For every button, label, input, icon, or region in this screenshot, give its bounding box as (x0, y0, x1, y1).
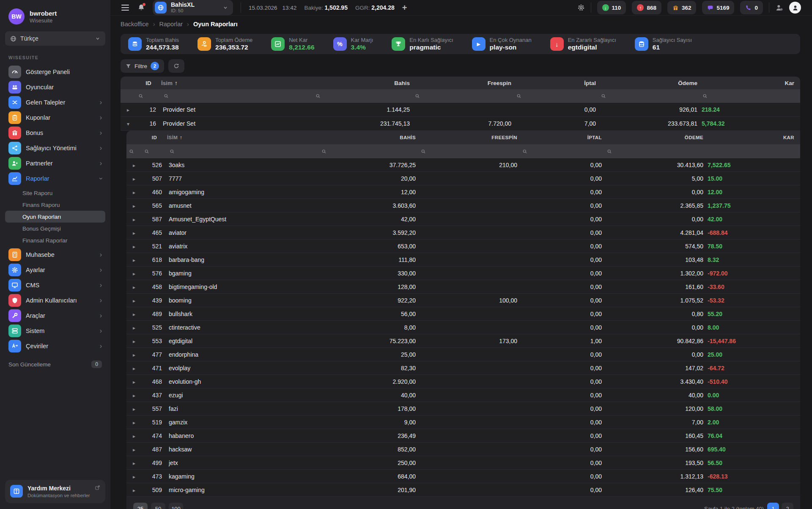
calls-badge[interactable]: 0 (740, 1, 763, 14)
table-row[interactable]: 16 Provider Set 231.745,13 7.720,00 7,00… (121, 117, 800, 131)
col-header-bahis[interactable]: BAHİS (319, 135, 418, 140)
row-expand-icon[interactable] (126, 379, 142, 385)
table-row[interactable]: 521 aviatrix 653,00 0,00 574,50 78.50 (126, 239, 800, 253)
bonus-badge[interactable]: 362 (667, 1, 697, 14)
sidebar-subitem-bonus-gecmisi[interactable]: Bonus Geçmişi (5, 223, 105, 234)
page-size-button[interactable]: 25 (133, 503, 148, 509)
row-expand-icon[interactable] (126, 230, 142, 236)
sidebar-item-gelen-talepler[interactable]: Gelen Talepler › (5, 95, 105, 110)
column-search-input[interactable] (604, 149, 706, 154)
row-expand-icon[interactable] (126, 352, 142, 358)
col-header-isim[interactable]: İSİM↑ (167, 135, 319, 140)
table-row[interactable]: 458 bigtimegaming-old 128,00 0,00 161,60… (126, 280, 800, 294)
table-row[interactable]: 553 egtdigital 75.223,00 173,00 1,00 90.… (126, 334, 800, 348)
sidebar-subitem-finans-raporu[interactable]: Finans Raporu (5, 199, 105, 211)
row-expand-icon[interactable] (126, 284, 142, 290)
row-expand-icon[interactable] (126, 474, 142, 480)
table-row[interactable]: 437 ezugi 40,00 0,00 40,00 0.00 (126, 388, 800, 402)
row-expand-icon[interactable] (126, 203, 142, 209)
sidebar-item-saglayici-yonetimi[interactable]: Sağlayıcı Yönetimi › (5, 140, 105, 156)
row-expand-icon[interactable] (126, 338, 142, 344)
sidebar-item-raporlar[interactable]: Raporlar › (5, 171, 105, 186)
table-row[interactable]: 519 gamzix 9,00 0,00 7,00 2.00 (126, 415, 800, 429)
table-row[interactable]: 471 evolplay 82,30 0,00 147,02 -64.72 (126, 361, 800, 375)
column-search-input[interactable] (161, 94, 313, 99)
table-row[interactable]: 487 hacksaw 852,00 0,00 156,60 695.40 (126, 443, 800, 456)
table-row[interactable]: 468 evolution-gh 2.920,00 0,00 3.430,40 … (126, 375, 800, 388)
add-icon[interactable]: + (402, 3, 407, 13)
sidebar-item-partnerler[interactable]: Partnerler › (5, 156, 105, 171)
column-search-input[interactable] (700, 94, 800, 99)
row-expand-icon[interactable] (126, 257, 142, 263)
row-expand-icon[interactable] (126, 271, 142, 277)
settings-gear-icon[interactable] (577, 4, 585, 11)
column-search-input[interactable] (319, 149, 418, 154)
page-number-button[interactable]: 2 (782, 503, 793, 509)
notifications-bell-icon[interactable] (137, 4, 145, 11)
sidebar-item-ayarlar[interactable]: Ayarlar › (5, 262, 105, 278)
breadcrumb-backoffice[interactable]: Backoffice (121, 21, 149, 28)
column-search-input[interactable] (142, 149, 167, 154)
user-profile[interactable]: BW bwrobert Wisesuite (5, 8, 105, 25)
col-header-iptal[interactable]: İptal (514, 80, 598, 86)
table-row[interactable]: 12 Provider Set 1.144,25 0,00 926,01 218… (121, 103, 800, 117)
column-search-input[interactable] (126, 149, 142, 154)
sidebar-subitem-site-raporu[interactable]: Site Raporu (5, 187, 105, 199)
breadcrumb-raporlar[interactable]: Raporlar (159, 21, 183, 28)
table-row[interactable]: 465 aviator 3.592,20 0,00 4.281,04 -688.… (126, 226, 800, 239)
column-search-input[interactable] (167, 149, 319, 154)
col-header-freespin[interactable]: FREESPİN (418, 135, 520, 140)
row-expand-icon[interactable] (126, 406, 142, 412)
row-expand-icon[interactable] (126, 325, 142, 331)
col-header-id[interactable]: ID (136, 80, 161, 86)
page-size-button[interactable]: 100 (169, 503, 183, 509)
table-row[interactable]: 587 Amusnet_EgyptQuest 42,00 0,00 0,00 4… (126, 212, 800, 226)
column-search-input[interactable] (598, 94, 700, 99)
sidebar-item-gosterge-paneli[interactable]: Gösterge Paneli (5, 64, 105, 80)
table-row[interactable]: 439 booming 922,20 100,00 0,00 1.075,52 … (126, 294, 800, 307)
table-row[interactable]: 499 jetx 250,00 0,00 193,50 56.50 (126, 456, 800, 470)
sidebar-item-cms[interactable]: CMS › (5, 278, 105, 293)
col-header-id[interactable]: ID (142, 135, 167, 140)
col-header-kar[interactable]: Kar (700, 80, 800, 86)
col-header-odeme[interactable]: Ödeme (598, 80, 700, 86)
row-expand-icon[interactable] (126, 217, 142, 223)
language-selector[interactable]: Türkçe (5, 31, 105, 46)
sidebar-item-sistem[interactable]: Sistem › (5, 323, 105, 338)
sidebar-subitem-finansal-raporlar[interactable]: Finansal Raporlar (5, 234, 105, 246)
row-expand-icon[interactable] (126, 420, 142, 426)
brand-selector[interactable]: BahisXL ID: 50 (153, 0, 233, 15)
col-header-freespin[interactable]: Freespin (412, 80, 514, 86)
row-expand-icon[interactable] (126, 433, 142, 439)
col-header-kar[interactable]: KAR (706, 135, 800, 140)
row-expand-icon[interactable] (126, 162, 142, 168)
column-search-input[interactable] (313, 94, 412, 99)
col-header-bahis[interactable]: Bahis (313, 80, 412, 86)
table-row[interactable]: 474 habanero 236,49 0,00 160,45 76.04 (126, 429, 800, 443)
row-expand-icon[interactable] (126, 190, 142, 195)
withdrawals-badge[interactable]: ↑ 868 (632, 1, 661, 14)
row-expand-icon[interactable] (126, 298, 142, 304)
table-row[interactable]: 576 bgaming 330,00 0,00 1.302,00 -972.00 (126, 267, 800, 280)
col-header-iptal[interactable]: İPTAL (520, 135, 604, 140)
column-search-input[interactable] (412, 94, 514, 99)
table-row[interactable]: 509 micro-gaming 201,90 0,00 126,40 75.5… (126, 483, 800, 497)
row-expand-icon[interactable] (126, 447, 142, 453)
col-header-isim[interactable]: İsim↑ (161, 80, 313, 86)
column-search-input[interactable] (514, 94, 598, 99)
sidebar-subitem-oyun-raporlari[interactable]: Oyun Raporları (5, 211, 105, 223)
sidebar-item-admin-kullanicilari[interactable]: Admin Kullanıcıları › (5, 293, 105, 308)
sidebar-item-araclar[interactable]: Araçlar › (5, 308, 105, 323)
impersonate-user-icon[interactable] (775, 4, 783, 12)
table-row[interactable]: 477 endorphina 25,00 0,00 0,00 25.00 (126, 348, 800, 361)
table-row[interactable]: 489 bullshark 56,00 0,00 0,80 55.20 (126, 307, 800, 321)
table-row[interactable]: 618 barbara-bang 111,80 0,00 103,48 8.32 (126, 253, 800, 267)
sidebar-item-bonus[interactable]: Bonus › (5, 125, 105, 140)
column-search-input[interactable] (136, 94, 161, 99)
row-expand-icon[interactable] (126, 487, 142, 493)
account-avatar-icon[interactable] (789, 2, 801, 14)
col-header-odeme[interactable]: ÖDEME (604, 135, 706, 140)
column-search-input[interactable] (418, 149, 520, 154)
page-number-button[interactable]: 1 (767, 503, 779, 509)
row-expand-icon[interactable] (126, 176, 142, 182)
